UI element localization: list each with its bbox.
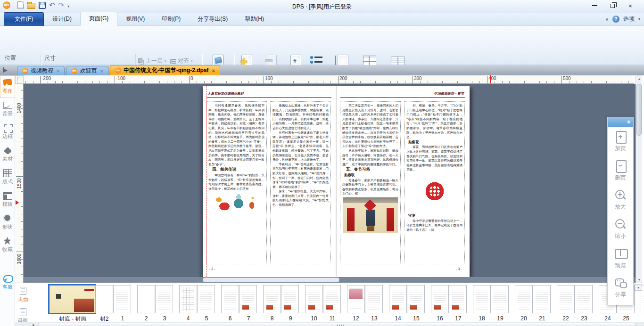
thumbnail-page[interactable] — [389, 285, 407, 313]
sidebar-item-7[interactable]: 收藏 — [0, 234, 15, 256]
thumbnail-page[interactable] — [305, 285, 323, 313]
tab-close-icon[interactable]: × — [57, 68, 59, 74]
thumbnail-scroll-button[interactable]: ▼ — [635, 284, 642, 291]
panel-header[interactable]: × — [608, 117, 633, 127]
panel-item-0[interactable]: 加页 — [608, 127, 633, 156]
thumbnail-page[interactable] — [515, 285, 533, 313]
thumbnail-page[interactable] — [323, 285, 341, 313]
menu-tab-0[interactable]: 文件(F) — [4, 12, 44, 26]
thumbnail-page[interactable] — [95, 285, 113, 313]
undo-icon[interactable]: ↶ — [49, 1, 55, 9]
sidebar-item-2[interactable]: 边框 — [0, 121, 15, 143]
menu-tab-2[interactable]: 页面(G) — [80, 12, 117, 26]
close-button[interactable]: × — [621, 0, 639, 11]
thumbnail-spread-11[interactable] — [557, 285, 593, 313]
thumbnail-page[interactable] — [575, 285, 593, 313]
thumbnail-page[interactable] — [491, 285, 509, 313]
collapse-ribbon-icon[interactable]: ∧ — [605, 16, 609, 22]
thumbnail-spread-3[interactable] — [221, 285, 257, 313]
panel-item-3[interactable]: 缩小 — [608, 214, 633, 244]
thumbnail-page[interactable] — [221, 285, 239, 313]
thumbnail-page[interactable] — [113, 285, 131, 313]
thumbnail-spread-5[interactable] — [305, 285, 341, 313]
open-document-icon[interactable] — [27, 3, 35, 9]
thumbnail-spread-10[interactable] — [515, 285, 551, 313]
page-right[interactable]: 忆旧貌添新韵 ·· 春节 第二天是正月初一，避难回来的人们见村里安然无恙十分惊奇… — [336, 86, 470, 277]
thumbnail-spread-0[interactable] — [95, 285, 131, 313]
options-menu[interactable]: 选项 — [623, 15, 635, 23]
page-left[interactable]: 大象实验堂优课精品教材 当时每逢腊尽春来，先民便杀猪宰羊，祭祀神鬼与祖灵，祈求新… — [203, 86, 336, 277]
thumbnail-spread-8[interactable] — [431, 285, 467, 313]
tab-list-expander-icon[interactable]: ▶ — [3, 66, 10, 73]
scrollbar-thumb[interactable] — [203, 277, 339, 282]
canvas-vertical-scrollbar[interactable]: ▲ ▼ — [636, 75, 642, 283]
tab-close-icon[interactable]: × — [212, 68, 215, 73]
menu-tab-1[interactable]: 设计(D) — [44, 13, 80, 26]
sidebar-item-4[interactable]: 版式 — [0, 166, 15, 188]
thumbnail-page[interactable] — [557, 285, 575, 313]
text-column[interactable]: 第二天是正月初一，避难回来的人们见村里安然无恙十分惊奇。这时，老婆婆才恍然大悟，… — [340, 101, 401, 264]
help-icon[interactable]: ? — [612, 16, 619, 23]
dropdown-caret-icon[interactable]: ▾ — [165, 59, 166, 63]
panel-item-4[interactable]: 预览 — [608, 244, 633, 273]
document-tab-1[interactable]: DPS欢迎页× — [66, 66, 108, 75]
thumbnail-spread-4[interactable] — [263, 285, 299, 313]
sidebar-item-0[interactable]: 图库 — [0, 75, 15, 98]
new-document-icon[interactable] — [17, 1, 24, 9]
document-tab-0[interactable]: DPS视频教程× — [17, 66, 65, 75]
panel-item-5[interactable]: 分享 — [608, 273, 633, 302]
panel-close-icon[interactable]: × — [627, 119, 630, 125]
sidebar-item-1[interactable]: 背景 — [0, 98, 15, 121]
minimize-button[interactable] — [586, 0, 603, 11]
sidebar-item-8[interactable]: 客服 — [0, 271, 15, 294]
menu-tab-5[interactable]: 分享导出(S) — [189, 13, 236, 26]
scroll-left-icon[interactable]: ◄ — [29, 322, 37, 326]
sidebar-item-3[interactable]: 素材 — [0, 143, 15, 166]
thumbnail-page[interactable] — [239, 285, 257, 313]
text-column[interactable]: 对、横披、春条、斗方等。“门心”贴于门板上端中心部位；“框对”贴于左右两个门框上… — [404, 101, 465, 264]
thumbnail-horizontal-scrollbar[interactable]: ◄ — [15, 322, 644, 326]
save-icon[interactable] — [39, 2, 46, 9]
thumbnail-page[interactable] — [473, 285, 491, 313]
text-column[interactable]: 老携幼上山避难，从村外来了个乞讨的老人，只见他手拄拐杖，臂搭袋囊，银须飘逸，目若… — [270, 101, 331, 264]
menu-tab-3[interactable]: 视图(V) — [117, 13, 153, 26]
thumbnail-page[interactable] — [155, 285, 173, 313]
document-tab-2[interactable]: DPS中国传统文化-中国节-qing-2.dpsf× — [110, 65, 220, 75]
panel-item-1[interactable]: 删页 — [608, 156, 633, 185]
thumbnail-page[interactable] — [281, 285, 299, 313]
thumbnail-cover-selected[interactable] — [48, 284, 96, 314]
restore-button[interactable] — [603, 0, 621, 11]
thumbnail-page[interactable] — [431, 285, 449, 313]
menu-tab-6[interactable]: 帮助(H) — [236, 13, 272, 26]
thumbnail-page[interactable] — [137, 285, 155, 313]
thumbnail-spread-1[interactable] — [137, 285, 173, 313]
thumbnail-spread-6[interactable] — [347, 285, 383, 313]
options-caret-icon[interactable]: ▾ — [638, 17, 640, 21]
thumbnail-page[interactable] — [449, 285, 467, 313]
thumbnail-page[interactable] — [179, 285, 197, 313]
dropdown-caret-icon[interactable]: ▾ — [191, 59, 193, 63]
thumbnail-spread-2[interactable] — [179, 285, 215, 313]
sidebar-item-6[interactable]: 形状 — [0, 211, 15, 234]
thumbnail-spread-9[interactable] — [473, 285, 509, 313]
scroll-up-icon[interactable]: ▲ — [636, 75, 643, 82]
text-column[interactable]: 当时每逢腊尽春来，先民便杀猪宰羊，祭祀神鬼与祖灵，祈求新的一年风调雨顺，免去灾祸… — [206, 101, 267, 264]
redo-icon[interactable]: ↷ — [58, 1, 65, 9]
scrollbar-thumb[interactable] — [38, 323, 636, 326]
thumbnail-page[interactable] — [533, 285, 551, 313]
thumbnail-spread-7[interactable] — [389, 285, 425, 313]
panel-item-2[interactable]: 放大 — [608, 185, 633, 214]
thumbnail-page[interactable] — [365, 285, 383, 313]
thumbnail-page[interactable] — [407, 285, 425, 313]
thumbnail-page[interactable] — [263, 285, 281, 313]
sidebar-item-5[interactable]: 模板 — [0, 188, 15, 211]
scrollbar-thumb[interactable] — [636, 84, 642, 136]
menu-tab-4[interactable]: 印刷(P) — [153, 13, 189, 26]
bottom-tab-0[interactable]: 页面 — [16, 284, 30, 305]
tab-close-icon[interactable]: × — [100, 68, 103, 74]
thumbnail-page[interactable] — [197, 285, 215, 313]
scroll-down-icon[interactable]: ▼ — [636, 276, 643, 283]
canvas-horizontal-scrollbar[interactable] — [24, 277, 636, 283]
customize-toolbar-caret-icon[interactable]: ▾ — [67, 4, 69, 8]
document-canvas[interactable]: 大象实验堂优课精品教材 当时每逢腊尽春来，先民便杀猪宰羊，祭祀神鬼与祖灵，祈求新… — [24, 84, 636, 283]
